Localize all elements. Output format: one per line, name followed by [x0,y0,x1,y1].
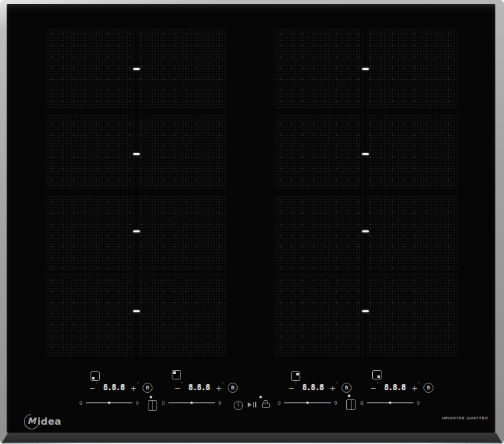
power-down-button[interactable]: −° [89,383,98,392]
power-level-display: 8.8.8 [101,383,127,392]
slider-track[interactable] [367,402,413,403]
center-indicator-dot [260,396,262,398]
zone-position-dot [378,375,380,378]
zone-controls-right-rear: −° 8.8.8 +° B [288,382,352,393]
power-level-display: 8.8.8 [186,383,212,392]
pan-center-tick [133,68,140,70]
zone-controls-left-rear: −° 8.8.8 +° B [174,382,238,393]
pan-center-tick [362,153,369,155]
slider-track[interactable] [86,402,132,403]
zone-center-divider [364,28,368,356]
slider-max-label: 9 [218,400,222,406]
slider-dot [389,401,391,403]
pan-center-tick [133,230,140,232]
slider-min-label: 0 [162,400,165,406]
midea-logo: M idea [24,411,61,432]
booster-button[interactable]: B [142,383,152,393]
power-slider-right-front[interactable]: 0 9 [360,399,420,407]
zone-select-key-left-rear[interactable] [172,370,181,379]
power-up-button[interactable]: +° [215,383,224,392]
slider-track[interactable] [168,402,215,403]
pan-center-tick [133,310,140,312]
power-down-button[interactable]: −° [174,383,183,392]
cooking-zone-left [45,28,226,356]
play-pause-icon[interactable] [248,401,256,409]
pan-center-tick [362,230,369,232]
power-up-button[interactable]: +° [411,383,420,392]
slider-max-label: 9 [334,400,338,406]
power-slider-left-front[interactable]: 0 9 [79,399,139,407]
pan-center-tick [362,68,369,70]
power-down-button[interactable]: −° [370,383,379,392]
bridge-zones-icon-left[interactable] [148,400,157,411]
slider-min-label: 0 [79,400,83,406]
zone-controls-left-front: −° 8.8.8 +° B [89,382,152,393]
pan-center-tick [133,153,140,155]
power-icon[interactable] [234,401,243,410]
power-up-button[interactable]: +° [130,383,139,392]
power-slider-left-rear[interactable]: 0 9 [162,399,222,407]
power-level-display: 8.8.8 [381,383,408,392]
booster-button[interactable]: B [342,383,352,393]
bridge-indicator-dot [150,396,152,398]
zone-controls-right-front: −° 8.8.8 +° B [370,382,433,393]
bridge-zones-icon-right[interactable] [346,399,356,410]
zone-position-dot [296,373,299,375]
power-up-button[interactable]: +° [329,383,338,392]
zone-position-dot [92,377,95,379]
inverter-quattro-label: INVERTER QUATTRO [441,416,488,420]
booster-button[interactable]: B [228,383,238,393]
cooking-zone-right [274,28,457,356]
midea-logo-m: M [27,416,36,426]
zone-center-divider [134,28,138,356]
midea-logo-text: idea [37,416,61,427]
bridge-indicator-dot [348,395,350,397]
play-triangle [248,402,252,407]
slider-dot [190,401,192,403]
power-slider-right-rear[interactable]: 0 9 [278,399,338,407]
slider-track[interactable] [284,402,331,403]
zone-position-dot [173,371,176,374]
zone-select-key-right-front[interactable] [372,370,381,379]
slider-min-label: 0 [360,400,364,406]
midea-logo-ring: M [24,414,39,429]
zone-select-key-left-front[interactable] [91,371,100,381]
pan-center-tick [362,310,369,312]
slider-min-label: 0 [278,400,281,406]
pause-bar [253,402,254,407]
lock-body [262,403,270,409]
slider-max-label: 9 [417,400,420,406]
slider-dot [306,401,308,403]
lock-icon[interactable] [262,400,268,408]
slider-dot [108,401,110,403]
pause-bar [255,402,256,407]
slider-max-label: 9 [136,400,139,406]
power-down-button[interactable]: −° [288,383,297,392]
booster-button[interactable]: B [423,383,433,393]
zone-select-key-right-rear[interactable] [291,371,300,381]
cooktop-photo: −° 8.8.8 +° B 0 9 −° 8.8.8 +° B 0 9 −° 8… [0,0,504,444]
power-level-display: 8.8.8 [300,383,326,392]
